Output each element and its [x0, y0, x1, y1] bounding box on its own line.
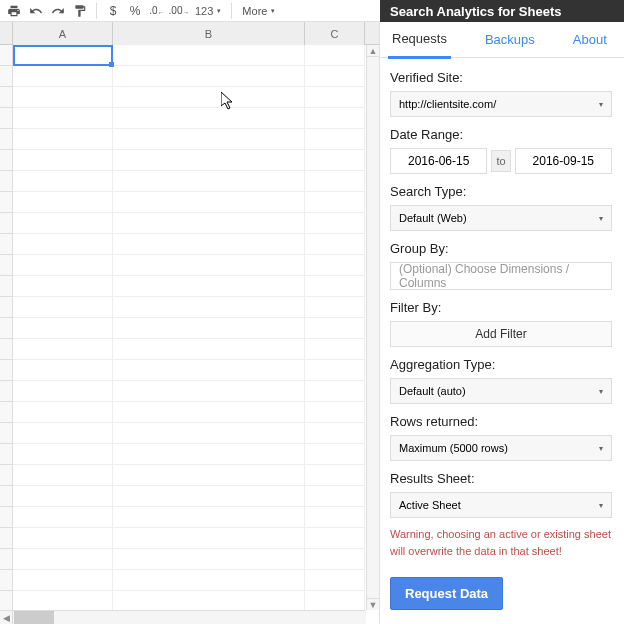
cell[interactable]	[305, 45, 365, 66]
date-to-input[interactable]: 2016-09-15	[515, 148, 612, 174]
request-data-button[interactable]: Request Data	[390, 577, 503, 610]
row-header[interactable]	[0, 87, 13, 108]
cell[interactable]	[13, 129, 113, 150]
cell[interactable]	[305, 486, 365, 507]
group-by-input[interactable]: (Optional) Choose Dimensions / Columns	[390, 262, 612, 290]
cell[interactable]	[305, 108, 365, 129]
tab-backups[interactable]: Backups	[481, 22, 539, 57]
column-header-A[interactable]: A	[13, 22, 113, 45]
cell[interactable]	[305, 570, 365, 591]
cell[interactable]	[13, 486, 113, 507]
cell[interactable]	[305, 339, 365, 360]
cell[interactable]	[13, 318, 113, 339]
scroll-up-icon[interactable]: ▲	[367, 45, 379, 57]
cell[interactable]	[13, 255, 113, 276]
cell[interactable]	[305, 192, 365, 213]
cell[interactable]	[113, 549, 305, 570]
row-header[interactable]	[0, 108, 13, 129]
cell[interactable]	[113, 360, 305, 381]
cell[interactable]	[113, 66, 305, 87]
paint-format-icon[interactable]	[70, 2, 90, 20]
cell[interactable]	[305, 444, 365, 465]
cell[interactable]	[113, 192, 305, 213]
row-header[interactable]	[0, 507, 13, 528]
scroll-down-icon[interactable]: ▼	[367, 598, 379, 610]
cell[interactable]	[305, 528, 365, 549]
cell[interactable]	[305, 255, 365, 276]
cell[interactable]	[113, 234, 305, 255]
row-header[interactable]	[0, 570, 13, 591]
cell[interactable]	[113, 87, 305, 108]
row-header[interactable]	[0, 465, 13, 486]
cell[interactable]	[305, 87, 365, 108]
decrease-decimal-button[interactable]: .0←	[147, 2, 167, 20]
row-header[interactable]	[0, 486, 13, 507]
scroll-thumb[interactable]	[14, 611, 54, 624]
row-header[interactable]	[0, 150, 13, 171]
row-header[interactable]	[0, 444, 13, 465]
cell[interactable]	[113, 339, 305, 360]
vertical-scrollbar[interactable]: ▲ ▼	[366, 45, 379, 610]
cell[interactable]	[13, 570, 113, 591]
cell[interactable]	[305, 171, 365, 192]
cell[interactable]	[13, 297, 113, 318]
cell[interactable]	[13, 444, 113, 465]
row-header[interactable]	[0, 339, 13, 360]
cell[interactable]	[13, 402, 113, 423]
verified-site-select[interactable]: http://clientsite.com/ ▾	[390, 91, 612, 117]
cell[interactable]	[113, 129, 305, 150]
search-type-select[interactable]: Default (Web) ▾	[390, 205, 612, 231]
cell[interactable]	[113, 297, 305, 318]
increase-decimal-button[interactable]: .00→	[169, 2, 189, 20]
row-header[interactable]	[0, 297, 13, 318]
cell[interactable]	[113, 255, 305, 276]
print-icon[interactable]	[4, 2, 24, 20]
cell[interactable]	[13, 423, 113, 444]
cell[interactable]	[113, 507, 305, 528]
cell[interactable]	[113, 150, 305, 171]
cell[interactable]	[13, 234, 113, 255]
row-header[interactable]	[0, 192, 13, 213]
scroll-left-icon[interactable]: ◀	[0, 611, 13, 624]
cell[interactable]	[113, 570, 305, 591]
row-header[interactable]	[0, 45, 13, 66]
cell[interactable]	[305, 297, 365, 318]
row-header[interactable]	[0, 591, 13, 612]
cell[interactable]	[305, 381, 365, 402]
cell[interactable]	[305, 423, 365, 444]
cell[interactable]	[13, 507, 113, 528]
tab-requests[interactable]: Requests	[388, 21, 451, 59]
cell[interactable]	[113, 591, 305, 612]
row-header[interactable]	[0, 213, 13, 234]
select-all-corner[interactable]	[0, 22, 13, 44]
cell[interactable]	[305, 549, 365, 570]
date-from-input[interactable]: 2016-06-15	[390, 148, 487, 174]
row-header[interactable]	[0, 129, 13, 150]
tab-about[interactable]: About	[569, 22, 611, 57]
cell[interactable]	[13, 381, 113, 402]
cell[interactable]	[305, 402, 365, 423]
row-header[interactable]	[0, 171, 13, 192]
more-dropdown[interactable]: More▾	[238, 5, 279, 17]
cell[interactable]	[13, 339, 113, 360]
cell[interactable]	[13, 360, 113, 381]
cell[interactable]	[113, 486, 305, 507]
cell[interactable]	[113, 45, 305, 66]
cell[interactable]	[13, 213, 113, 234]
cell[interactable]	[305, 465, 365, 486]
cell[interactable]	[113, 213, 305, 234]
row-header[interactable]	[0, 549, 13, 570]
cell[interactable]	[13, 192, 113, 213]
row-header[interactable]	[0, 381, 13, 402]
results-sheet-select[interactable]: Active Sheet ▾	[390, 492, 612, 518]
cell[interactable]	[305, 213, 365, 234]
column-header-B[interactable]: B	[113, 22, 305, 45]
cell[interactable]	[13, 276, 113, 297]
cell[interactable]	[113, 381, 305, 402]
row-header[interactable]	[0, 318, 13, 339]
cell[interactable]	[113, 465, 305, 486]
row-header[interactable]	[0, 234, 13, 255]
row-header[interactable]	[0, 255, 13, 276]
cell[interactable]	[305, 591, 365, 612]
format-123-dropdown[interactable]: 123▾	[191, 5, 225, 17]
